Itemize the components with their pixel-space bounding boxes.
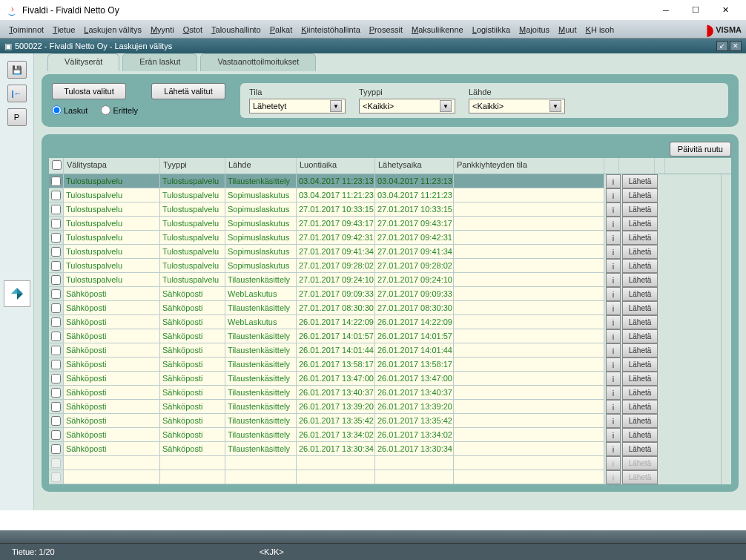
row-info-button[interactable]: i: [606, 442, 621, 456]
row-info-button[interactable]: i: [606, 202, 621, 217]
menu-logistiikka[interactable]: Logistiikka: [468, 24, 515, 36]
row-send-button[interactable]: Lähetä: [622, 343, 658, 358]
col-tyyppi[interactable]: Tyyppi: [160, 158, 225, 174]
table-row[interactable]: SähköpostiSähköpostiTilaustenkäsittely26…: [49, 386, 721, 400]
row-info-button[interactable]: i: [606, 245, 621, 259]
sub-resize-button[interactable]: ↙: [716, 41, 728, 51]
menu-muut[interactable]: Muut: [554, 24, 581, 36]
row-checkbox[interactable]: [49, 343, 64, 358]
menu-laskujen-välitys[interactable]: Laskujen välitys: [79, 24, 146, 36]
save-button[interactable]: 💾: [7, 61, 27, 79]
row-info-button[interactable]: i: [606, 217, 621, 231]
row-info-button[interactable]: i: [606, 231, 621, 245]
radio-laskut[interactable]: Laskut: [52, 105, 88, 115]
table-row[interactable]: TulostuspalveluTulostuspalveluSopimuslas…: [49, 188, 721, 202]
header-checkbox[interactable]: [49, 158, 64, 174]
p-button[interactable]: P: [7, 108, 27, 126]
col-pankki[interactable]: Pankkiyhteyden tila: [454, 158, 604, 174]
row-checkbox[interactable]: [49, 329, 64, 343]
row-info-button[interactable]: i: [606, 315, 621, 329]
table-row[interactable]: SähköpostiSähköpostiTilaustenkäsittely26…: [49, 343, 721, 358]
row-send-button[interactable]: Lähetä: [622, 287, 658, 301]
col-lahde[interactable]: Lähde: [225, 158, 297, 174]
vertical-scrollbar[interactable]: [721, 174, 731, 484]
row-send-button[interactable]: Lähetä: [622, 329, 658, 343]
row-checkbox[interactable]: [49, 442, 64, 456]
row-send-button[interactable]: Lähetä: [622, 386, 658, 400]
menu-kiinteistöhallinta[interactable]: Kiinteistöhallinta: [297, 24, 365, 36]
send-selected-button[interactable]: Lähetä valitut: [151, 83, 225, 99]
row-send-button[interactable]: Lähetä: [622, 217, 658, 231]
table-row[interactable]: TulostuspalveluTulostuspalveluSopimuslas…: [49, 217, 721, 231]
row-send-button[interactable]: Lähetä: [622, 315, 658, 329]
row-info-button[interactable]: i: [606, 358, 621, 372]
row-send-button[interactable]: Lähetä: [622, 428, 658, 442]
menu-tietue[interactable]: Tietue: [48, 24, 79, 36]
table-row[interactable]: TulostuspalveluTulostuspalveluSopimuslas…: [49, 245, 721, 259]
table-row[interactable]: TulostuspalveluTulostuspalveluSopimuslas…: [49, 259, 721, 273]
row-info-button[interactable]: i: [606, 400, 621, 414]
table-row[interactable]: SähköpostiSähköpostiTilaustenkäsittely26…: [49, 400, 721, 414]
row-checkbox[interactable]: [49, 358, 64, 372]
row-send-button[interactable]: Lähetä: [622, 245, 658, 259]
col-luontiaika[interactable]: Luontiaika: [297, 158, 375, 174]
row-send-button[interactable]: Lähetä: [622, 372, 658, 386]
radio-erittely[interactable]: Erittely: [101, 105, 138, 115]
menu-maksuliikenne[interactable]: Maksuliikenne: [407, 24, 468, 36]
row-checkbox[interactable]: [49, 273, 64, 287]
row-info-button[interactable]: i: [606, 372, 621, 386]
back-button[interactable]: |←: [7, 85, 27, 102]
row-send-button[interactable]: Lähetä: [622, 358, 658, 372]
row-info-button[interactable]: i: [606, 301, 621, 315]
menu-kh-isoh[interactable]: KH isoh: [581, 24, 619, 36]
row-checkbox[interactable]: [49, 315, 64, 329]
tab-v-lityser-t[interactable]: Välityserät: [47, 53, 119, 71]
sub-close-button[interactable]: ✕: [730, 41, 742, 51]
table-row[interactable]: TulostuspalveluTulostuspalveluTilaustenk…: [49, 174, 721, 188]
row-info-button[interactable]: i: [606, 329, 621, 343]
row-checkbox[interactable]: [49, 245, 64, 259]
row-checkbox[interactable]: [49, 217, 64, 231]
lahde-select[interactable]: <Kaikki>▼: [469, 99, 565, 113]
tab-er-n-laskut[interactable]: Erän laskut: [122, 53, 197, 71]
row-checkbox[interactable]: [49, 202, 64, 217]
table-row[interactable]: SähköpostiSähköpostiWebLaskutus26.01.201…: [49, 315, 721, 329]
table-row[interactable]: SähköpostiSähköpostiTilaustenkäsittely26…: [49, 428, 721, 442]
table-row[interactable]: TulostuspalveluTulostuspalveluSopimuslas…: [49, 202, 721, 217]
table-row[interactable]: TulostuspalveluTulostuspalveluTilaustenk…: [49, 273, 721, 287]
row-checkbox[interactable]: [49, 428, 64, 442]
row-info-button[interactable]: i: [606, 428, 621, 442]
tila-select[interactable]: Lähetetyt▼: [249, 99, 346, 113]
row-send-button[interactable]: Lähetä: [622, 259, 658, 273]
table-row[interactable]: SähköpostiSähköpostiTilaustenkäsittely26…: [49, 329, 721, 343]
col-lahetysaika[interactable]: Lähetysaika: [375, 158, 454, 174]
row-info-button[interactable]: i: [606, 386, 621, 400]
row-send-button[interactable]: Lähetä: [622, 301, 658, 315]
menu-majoitus[interactable]: Majoitus: [515, 24, 554, 36]
table-row[interactable]: SähköpostiSähköpostiTilaustenkäsittely26…: [49, 414, 721, 428]
row-checkbox[interactable]: [49, 188, 64, 202]
menu-toiminnot[interactable]: Toiminnot: [4, 24, 48, 36]
table-row[interactable]: SähköpostiSähköpostiTilaustenkäsittely26…: [49, 372, 721, 386]
table-row[interactable]: SähköpostiSähköpostiWebLaskutus27.01.201…: [49, 287, 721, 301]
row-info-button[interactable]: i: [606, 259, 621, 273]
row-checkbox[interactable]: [49, 372, 64, 386]
row-checkbox[interactable]: [49, 287, 64, 301]
maximize-button[interactable]: ☐: [681, 0, 710, 21]
table-row[interactable]: SähköpostiSähköpostiTilaustenkäsittely26…: [49, 442, 721, 456]
row-send-button[interactable]: Lähetä: [622, 400, 658, 414]
menu-prosessit[interactable]: Prosessit: [365, 24, 407, 36]
row-send-button[interactable]: Lähetä: [622, 273, 658, 287]
menu-palkat[interactable]: Palkat: [265, 24, 297, 36]
row-info-button[interactable]: i: [606, 174, 621, 188]
row-checkbox[interactable]: [49, 174, 64, 188]
tyyppi-select[interactable]: <Kaikki>▼: [359, 99, 455, 113]
minimize-button[interactable]: ─: [651, 0, 681, 21]
row-send-button[interactable]: Lähetä: [622, 231, 658, 245]
row-checkbox[interactable]: [49, 259, 64, 273]
row-info-button[interactable]: i: [606, 188, 621, 202]
col-valitystapa[interactable]: Välitystapa: [64, 158, 160, 174]
row-send-button[interactable]: Lähetä: [622, 202, 658, 217]
row-info-button[interactable]: i: [606, 414, 621, 428]
table-row[interactable]: SähköpostiSähköpostiTilaustenkäsittely27…: [49, 301, 721, 315]
